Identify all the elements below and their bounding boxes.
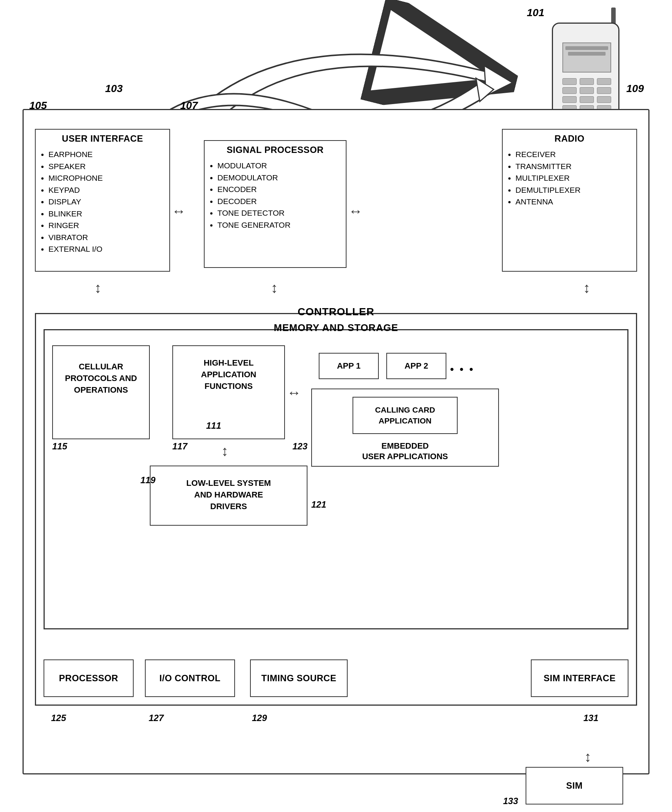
arrow-radio-down: ↕ [583, 280, 590, 296]
timing-source-box: TIMING SOURCE [250, 659, 348, 697]
sim-interface-label: SIM INTERFACE [544, 673, 616, 684]
list-item: ANTENNA [515, 196, 631, 208]
arrow-simif-sim: ↕ [584, 749, 591, 765]
processor-box: PROCESSOR [44, 659, 134, 697]
list-item: DEMULTIPLEXER [515, 184, 631, 196]
ref-101: 101 [527, 7, 544, 19]
ref-125: 125 [51, 713, 66, 723]
signal-processor-title: SIGNAL PROCESSOR [210, 145, 340, 155]
app2-label: APP 2 [404, 361, 428, 371]
controller-box: CONTROLLER MEMORY AND STORAGE CELLULARPR… [35, 313, 637, 706]
sim-box: SIM [526, 767, 623, 805]
arrow-ui-down: ↕ [94, 280, 101, 296]
list-item: TRANSMITTER [515, 160, 631, 172]
list-item: DEMODULATOR [218, 172, 340, 184]
phone-screen [562, 43, 611, 73]
ref-127: 127 [149, 713, 164, 723]
svg-marker-4 [476, 78, 494, 101]
list-item: KEYPAD [48, 184, 164, 196]
io-control-box: I/O CONTROL [145, 659, 235, 697]
controller-label: CONTROLLER [298, 306, 374, 318]
low-level-title: LOW-LEVEL SYSTEMAND HARDWAREDRIVERS [156, 470, 301, 512]
list-item: TONE DETECTOR [218, 207, 340, 219]
ref-133: 133 [503, 796, 518, 806]
arrow-hla-apps: ↔ [287, 385, 301, 401]
calling-card-box: CALLING CARDAPPLICATION [352, 397, 458, 434]
diagram-container: 101 103 105 107 109 USER INTERFACE EARPH… [0, 0, 672, 812]
io-control-label: I/O CONTROL [160, 673, 221, 684]
ref-109: 109 [626, 83, 644, 95]
list-item: MULTIPLEXER [515, 172, 631, 184]
list-item: ENCODER [218, 183, 340, 195]
list-item: MICROPHONE [48, 172, 164, 184]
list-item: EARPHONE [48, 148, 164, 160]
calling-card-title: CALLING CARDAPPLICATION [359, 401, 452, 430]
memory-storage-box: MEMORY AND STORAGE CELLULARPROTOCOLS AND… [44, 329, 628, 629]
ref-121: 121 [311, 499, 326, 510]
high-level-app-box: HIGH-LEVELAPPLICATIONFUNCTIONS [172, 345, 285, 439]
list-item: EXTERNAL I/O [48, 243, 164, 255]
app1-label: APP 1 [337, 361, 361, 371]
arrow-hl-ll: ↕ [221, 443, 228, 459]
list-item: RINGER [48, 220, 164, 232]
arrow-sp-radio: ↔ [349, 203, 362, 220]
arrow-ui-sp: ↔ [172, 203, 186, 220]
cellular-protocols-title: CELLULARPROTOCOLS ANDOPERATIONS [58, 350, 144, 396]
ref-117: 117 [172, 441, 187, 452]
high-level-app-title: HIGH-LEVELAPPLICATIONFUNCTIONS [178, 350, 279, 392]
main-device-box: USER INTERFACE EARPHONE SPEAKER MICROPHO… [22, 109, 650, 774]
ref-119: 119 [140, 475, 155, 486]
memory-storage-label: MEMORY AND STORAGE [274, 322, 398, 334]
list-item: RECEIVER [515, 148, 631, 160]
user-interface-title: USER INTERFACE [41, 133, 164, 144]
signal-processor-box: SIGNAL PROCESSOR MODULATOR DEMODULATOR E… [204, 140, 347, 268]
embedded-user-apps-label: EMBEDDEDUSER APPLICATIONS [316, 441, 494, 462]
dots-indicator: • • • [450, 363, 475, 375]
list-item: DISPLAY [48, 196, 164, 208]
ref-111: 111 [206, 420, 221, 431]
list-item: SPEAKER [48, 160, 164, 172]
list-item: VIBRATOR [48, 232, 164, 244]
user-interface-box: USER INTERFACE EARPHONE SPEAKER MICROPHO… [35, 129, 170, 272]
list-item: BLINKER [48, 208, 164, 220]
signal-processor-list: MODULATOR DEMODULATOR ENCODER DECODER TO… [210, 160, 340, 231]
embedded-apps-outer-box: CALLING CARDAPPLICATION EMBEDDEDUSER APP… [311, 389, 499, 467]
arrow-sp-down: ↕ [271, 280, 278, 296]
svg-marker-3 [484, 66, 512, 96]
radio-box: RADIO RECEIVER TRANSMITTER MULTIPLEXER D… [502, 129, 637, 272]
radio-list: RECEIVER TRANSMITTER MULTIPLEXER DEMULTI… [508, 148, 631, 208]
list-item: TONE GENERATOR [218, 219, 340, 231]
cellular-protocols-box: CELLULARPROTOCOLS ANDOPERATIONS [52, 345, 150, 439]
radio-title: RADIO [508, 133, 631, 144]
processor-label: PROCESSOR [59, 673, 118, 684]
sim-label: SIM [566, 780, 583, 791]
app1-box: APP 1 [319, 353, 379, 379]
ref-123: 123 [293, 441, 308, 452]
timing-source-label: TIMING SOURCE [261, 673, 336, 684]
app2-box: APP 2 [386, 353, 446, 379]
ref-115: 115 [52, 441, 67, 452]
list-item: MODULATOR [218, 160, 340, 172]
user-interface-list: EARPHONE SPEAKER MICROPHONE KEYPAD DISPL… [41, 148, 164, 255]
ref-129: 129 [252, 713, 267, 723]
low-level-box: LOW-LEVEL SYSTEMAND HARDWAREDRIVERS [150, 466, 308, 526]
ref-131: 131 [584, 713, 599, 723]
ref-103: 103 [105, 83, 123, 95]
sim-interface-box: SIM INTERFACE [531, 659, 628, 697]
list-item: DECODER [218, 195, 340, 207]
